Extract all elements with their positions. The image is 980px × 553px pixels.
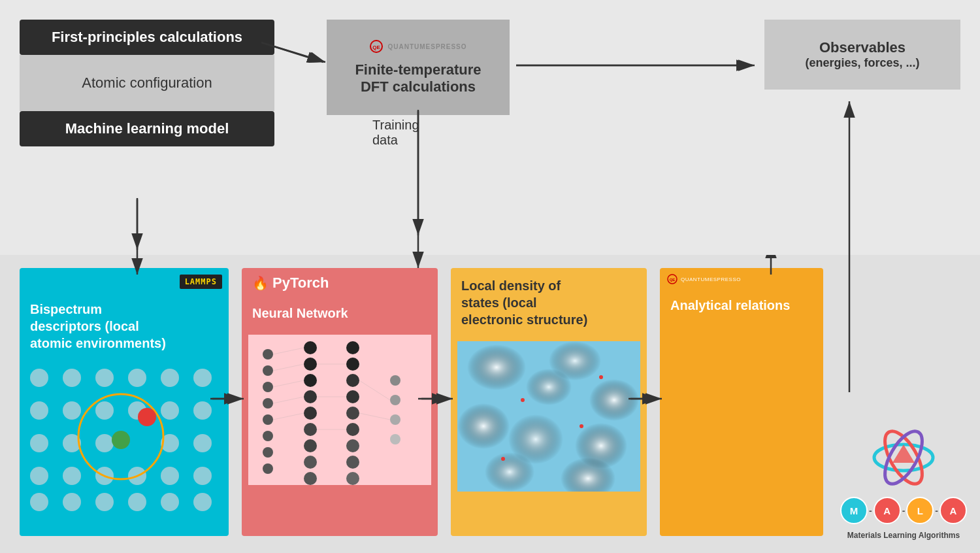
svg-point-64 — [346, 472, 359, 485]
qe-logo-bottom-text: QUANTUMESPRESSO — [681, 276, 741, 282]
svg-point-18 — [63, 467, 81, 485]
dft-box: QE QUANTUMESPRESSO Finite-temperature DF… — [327, 20, 510, 115]
svg-point-60 — [346, 407, 359, 420]
mala-m-label: M — [850, 505, 858, 516]
svg-point-90 — [580, 424, 583, 428]
svg-point-24 — [63, 493, 81, 511]
qe-logo-text-top: QUANTUMESPRESSO — [387, 43, 466, 50]
mala-a1-label: A — [883, 505, 890, 516]
svg-point-15 — [30, 434, 48, 452]
atomic-svg — [26, 365, 216, 515]
atomic-config-box: Atomic configuration — [20, 55, 274, 111]
svg-point-61 — [346, 423, 359, 436]
pytorch-label: PyTorch — [272, 275, 329, 292]
svg-point-55 — [304, 472, 317, 485]
mala-circles-row: M - A - L - A — [840, 497, 967, 524]
svg-point-40 — [263, 365, 273, 376]
svg-point-59 — [346, 390, 359, 403]
mala-a2-label: A — [950, 505, 957, 516]
svg-line-71 — [273, 380, 304, 387]
svg-point-62 — [346, 439, 359, 452]
svg-point-21 — [161, 467, 179, 485]
svg-point-89 — [521, 398, 525, 402]
training-data-label: Trainingdata — [372, 118, 419, 148]
svg-point-51 — [304, 407, 317, 420]
svg-point-63 — [346, 456, 359, 469]
mala-m-circle: M — [840, 497, 868, 524]
svg-point-23 — [30, 493, 48, 511]
ml-model-box: Machine learning model — [20, 111, 274, 146]
pytorch-flame-icon: 🔥 — [252, 275, 269, 291]
nn-visualization — [248, 335, 431, 485]
mala-dash2: - — [902, 505, 906, 516]
svg-point-11 — [161, 369, 179, 387]
svg-point-52 — [304, 423, 317, 436]
ldos-line3: electronic structure) — [461, 312, 587, 327]
svg-point-44 — [263, 431, 273, 441]
atomic-visualization — [26, 365, 222, 515]
svg-point-22 — [193, 467, 212, 485]
mala-a2-circle: A — [939, 497, 967, 524]
svg-text:QE: QE — [373, 44, 381, 50]
svg-line-78 — [359, 413, 390, 420]
mala-logo-area: M - A - L - A Materials Learning Algorit… — [840, 425, 967, 540]
svg-point-12 — [193, 369, 212, 387]
qe-logo-top: QE QUANTUMESPRESSO — [346, 39, 490, 54]
svg-point-34 — [95, 434, 114, 452]
mala-dash1: - — [869, 505, 872, 516]
svg-point-50 — [304, 390, 317, 403]
svg-point-10 — [128, 369, 146, 387]
svg-point-45 — [263, 447, 273, 458]
analytical-title: Analytical relations — [660, 288, 823, 320]
svg-point-38 — [112, 431, 130, 449]
ldos-line2: states (local — [461, 295, 537, 310]
svg-point-54 — [304, 456, 317, 469]
dft-line2: DFT calculations — [346, 78, 490, 95]
observables-box: Observables (energies, forces, ...) — [764, 20, 960, 90]
dft-line1: Finite-temperature — [346, 61, 490, 78]
first-principles-label: First-principles calculations — [52, 29, 242, 45]
svg-point-32 — [161, 401, 179, 420]
ldos-title: Local density of states (local electroni… — [451, 268, 647, 335]
svg-point-39 — [263, 349, 273, 360]
svg-text:QE: QE — [670, 278, 676, 282]
svg-point-53 — [304, 439, 317, 452]
svg-point-9 — [95, 369, 114, 387]
ldos-line1: Local density of — [461, 278, 561, 293]
atomic-config-label: Atomic configuration — [82, 75, 212, 91]
svg-point-7 — [30, 369, 48, 387]
analytical-title-label: Analytical relations — [670, 298, 790, 312]
svg-line-70 — [273, 364, 304, 371]
ml-model-label: Machine learning model — [65, 120, 229, 137]
svg-point-67 — [390, 414, 400, 425]
pytorch-badge: 🔥 PyTorch — [242, 268, 438, 295]
mala-dash3: - — [935, 505, 938, 516]
svg-point-41 — [263, 382, 273, 392]
svg-point-57 — [346, 358, 359, 371]
svg-point-46 — [263, 463, 273, 474]
svg-point-13 — [30, 401, 48, 420]
svg-point-56 — [346, 341, 359, 354]
mala-l-label: L — [917, 505, 923, 516]
svg-point-30 — [95, 401, 114, 420]
observables-line1: Observables — [784, 39, 941, 56]
qe-logo-icon-bottom: QE — [666, 273, 678, 285]
bispectrum-line3: atomic environments) — [30, 336, 166, 350]
svg-point-16 — [193, 434, 212, 452]
first-principles-box: First-principles calculations — [20, 20, 274, 55]
svg-point-26 — [128, 493, 146, 511]
qe-logo-icon: QE — [369, 39, 384, 54]
bispectrum-card: LAMMPS Bispectrum descriptors (local ato… — [20, 268, 229, 536]
svg-point-68 — [390, 434, 400, 444]
svg-point-28 — [193, 493, 212, 511]
svg-point-43 — [263, 414, 273, 425]
svg-point-27 — [161, 493, 179, 511]
svg-point-66 — [390, 395, 400, 405]
svg-point-91 — [501, 457, 505, 461]
svg-point-82 — [589, 379, 639, 421]
svg-point-87 — [485, 452, 534, 492]
svg-point-58 — [346, 374, 359, 387]
qe-badge: QE QUANTUMESPRESSO — [660, 268, 823, 288]
svg-line-73 — [273, 413, 304, 420]
svg-line-72 — [273, 397, 304, 403]
